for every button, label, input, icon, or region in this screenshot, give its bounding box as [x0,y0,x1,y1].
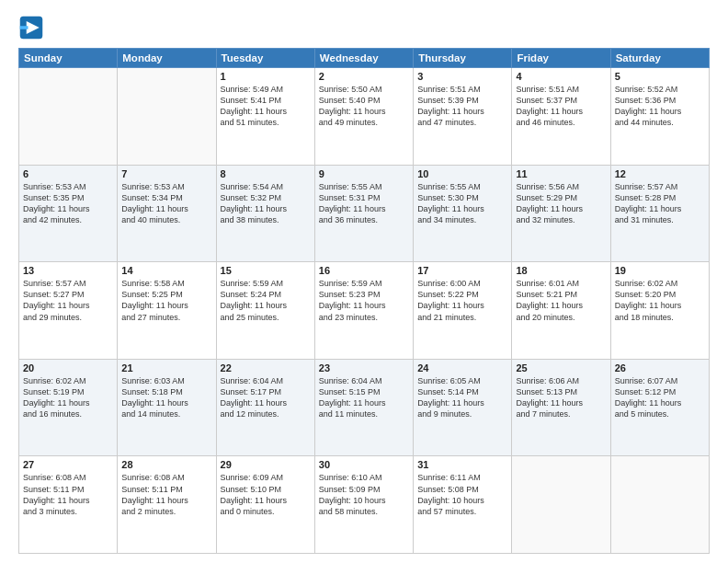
day-cell: 21Sunrise: 6:03 AM Sunset: 5:18 PM Dayli… [118,359,216,456]
day-cell: 24Sunrise: 6:05 AM Sunset: 5:14 PM Dayli… [414,359,512,456]
day-cell: 7Sunrise: 5:53 AM Sunset: 5:34 PM Daylig… [118,165,216,262]
day-number: 23 [319,362,409,373]
day-detail: Sunrise: 6:04 AM Sunset: 5:17 PM Dayligh… [221,375,311,420]
week-row-4: 20Sunrise: 6:02 AM Sunset: 5:19 PM Dayli… [19,359,710,456]
day-detail: Sunrise: 6:04 AM Sunset: 5:15 PM Dayligh… [319,375,409,420]
day-number: 14 [121,265,211,276]
day-detail: Sunrise: 6:08 AM Sunset: 5:11 PM Dayligh… [121,472,211,517]
day-number: 21 [121,362,211,373]
day-cell [512,456,610,554]
day-cell: 22Sunrise: 6:04 AM Sunset: 5:17 PM Dayli… [216,359,314,456]
day-cell: 15Sunrise: 5:59 AM Sunset: 5:24 PM Dayli… [216,262,314,360]
weekday-wednesday: Wednesday [314,49,413,68]
day-detail: Sunrise: 5:57 AM Sunset: 5:27 PM Dayligh… [23,278,113,323]
day-cell: 5Sunrise: 5:52 AM Sunset: 5:36 PM Daylig… [610,68,709,166]
weekday-friday: Friday [512,49,610,68]
day-cell: 19Sunrise: 6:02 AM Sunset: 5:20 PM Dayli… [610,262,709,360]
day-detail: Sunrise: 5:53 AM Sunset: 5:34 PM Dayligh… [121,181,211,226]
day-number: 4 [516,71,606,82]
day-detail: Sunrise: 6:05 AM Sunset: 5:14 PM Dayligh… [417,375,507,420]
day-cell: 3Sunrise: 5:51 AM Sunset: 5:39 PM Daylig… [414,68,512,166]
logo-icon [18,15,44,40]
day-number: 6 [23,168,113,179]
day-detail: Sunrise: 6:01 AM Sunset: 5:21 PM Dayligh… [516,278,606,323]
day-cell: 25Sunrise: 6:06 AM Sunset: 5:13 PM Dayli… [512,359,610,456]
day-cell: 31Sunrise: 6:11 AM Sunset: 5:08 PM Dayli… [414,456,512,554]
day-number: 31 [417,459,507,470]
day-detail: Sunrise: 6:07 AM Sunset: 5:12 PM Dayligh… [615,375,705,420]
day-cell: 9Sunrise: 5:55 AM Sunset: 5:31 PM Daylig… [314,165,413,262]
day-detail: Sunrise: 6:02 AM Sunset: 5:19 PM Dayligh… [23,375,113,420]
day-cell: 30Sunrise: 6:10 AM Sunset: 5:09 PM Dayli… [314,456,413,554]
day-detail: Sunrise: 5:51 AM Sunset: 5:37 PM Dayligh… [516,84,606,129]
day-number: 9 [319,168,409,179]
day-cell: 28Sunrise: 6:08 AM Sunset: 5:11 PM Dayli… [118,456,216,554]
day-detail: Sunrise: 5:52 AM Sunset: 5:36 PM Dayligh… [615,84,705,129]
day-cell: 4Sunrise: 5:51 AM Sunset: 5:37 PM Daylig… [512,68,610,166]
weekday-sunday: Sunday [19,49,118,68]
day-detail: Sunrise: 6:09 AM Sunset: 5:10 PM Dayligh… [221,472,311,517]
day-number: 7 [121,168,211,179]
day-number: 19 [615,265,705,276]
day-number: 25 [516,362,606,373]
day-number: 28 [121,459,211,470]
svg-rect-2 [20,26,28,29]
day-number: 18 [516,265,606,276]
day-cell [19,68,118,166]
day-number: 8 [221,168,311,179]
day-number: 29 [221,459,311,470]
day-number: 17 [417,265,507,276]
day-cell: 2Sunrise: 5:50 AM Sunset: 5:40 PM Daylig… [314,68,413,166]
page: SundayMondayTuesdayWednesdayThursdayFrid… [0,0,728,563]
weekday-saturday: Saturday [610,49,709,68]
day-cell [610,456,709,554]
day-cell: 8Sunrise: 5:54 AM Sunset: 5:32 PM Daylig… [216,165,314,262]
day-detail: Sunrise: 6:06 AM Sunset: 5:13 PM Dayligh… [516,375,606,420]
day-number: 5 [615,71,705,82]
day-cell: 23Sunrise: 6:04 AM Sunset: 5:15 PM Dayli… [314,359,413,456]
day-detail: Sunrise: 5:50 AM Sunset: 5:40 PM Dayligh… [319,84,409,129]
day-detail: Sunrise: 5:59 AM Sunset: 5:24 PM Dayligh… [221,278,311,323]
day-number: 20 [23,362,113,373]
day-cell: 18Sunrise: 6:01 AM Sunset: 5:21 PM Dayli… [512,262,610,360]
week-row-5: 27Sunrise: 6:08 AM Sunset: 5:11 PM Dayli… [19,456,710,554]
weekday-monday: Monday [118,49,216,68]
day-number: 2 [319,71,409,82]
day-detail: Sunrise: 5:51 AM Sunset: 5:39 PM Dayligh… [417,84,507,129]
weekday-thursday: Thursday [414,49,512,68]
logo [18,15,48,40]
day-number: 10 [417,168,507,179]
day-cell: 20Sunrise: 6:02 AM Sunset: 5:19 PM Dayli… [19,359,118,456]
day-detail: Sunrise: 6:10 AM Sunset: 5:09 PM Dayligh… [319,472,409,517]
day-cell: 13Sunrise: 5:57 AM Sunset: 5:27 PM Dayli… [19,262,118,360]
day-number: 13 [23,265,113,276]
day-detail: Sunrise: 6:03 AM Sunset: 5:18 PM Dayligh… [121,375,211,420]
week-row-3: 13Sunrise: 5:57 AM Sunset: 5:27 PM Dayli… [19,262,710,360]
day-cell: 10Sunrise: 5:55 AM Sunset: 5:30 PM Dayli… [414,165,512,262]
day-detail: Sunrise: 5:59 AM Sunset: 5:23 PM Dayligh… [319,278,409,323]
day-detail: Sunrise: 5:56 AM Sunset: 5:29 PM Dayligh… [516,181,606,226]
day-cell: 17Sunrise: 6:00 AM Sunset: 5:22 PM Dayli… [414,262,512,360]
day-number: 26 [615,362,705,373]
day-number: 12 [615,168,705,179]
day-cell: 11Sunrise: 5:56 AM Sunset: 5:29 PM Dayli… [512,165,610,262]
day-detail: Sunrise: 5:57 AM Sunset: 5:28 PM Dayligh… [615,181,705,226]
day-detail: Sunrise: 6:02 AM Sunset: 5:20 PM Dayligh… [615,278,705,323]
day-number: 27 [23,459,113,470]
day-detail: Sunrise: 6:00 AM Sunset: 5:22 PM Dayligh… [417,278,507,323]
day-detail: Sunrise: 5:58 AM Sunset: 5:25 PM Dayligh… [121,278,211,323]
weekday-header-row: SundayMondayTuesdayWednesdayThursdayFrid… [19,49,710,68]
day-cell: 29Sunrise: 6:09 AM Sunset: 5:10 PM Dayli… [216,456,314,554]
day-detail: Sunrise: 6:11 AM Sunset: 5:08 PM Dayligh… [417,472,507,517]
day-number: 11 [516,168,606,179]
calendar-table: SundayMondayTuesdayWednesdayThursdayFrid… [18,48,710,554]
day-detail: Sunrise: 5:55 AM Sunset: 5:30 PM Dayligh… [417,181,507,226]
day-cell: 16Sunrise: 5:59 AM Sunset: 5:23 PM Dayli… [314,262,413,360]
day-number: 24 [417,362,507,373]
day-cell: 26Sunrise: 6:07 AM Sunset: 5:12 PM Dayli… [610,359,709,456]
day-cell: 12Sunrise: 5:57 AM Sunset: 5:28 PM Dayli… [610,165,709,262]
day-number: 1 [221,71,311,82]
day-number: 30 [319,459,409,470]
day-number: 16 [319,265,409,276]
day-number: 22 [221,362,311,373]
